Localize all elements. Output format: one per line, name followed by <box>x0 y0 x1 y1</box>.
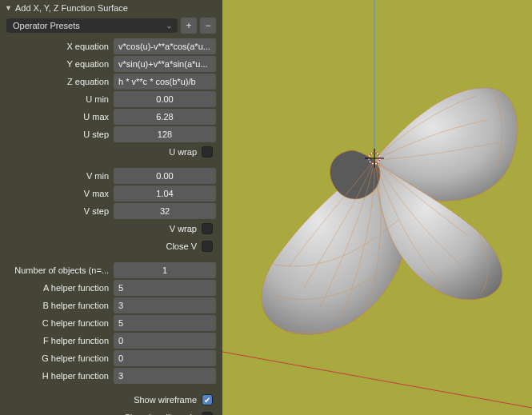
preset-label: Operator Presets <box>13 21 80 30</box>
h-helper-label: H helper function <box>6 371 110 381</box>
y-equation-input[interactable]: v*sin(u)+v**a*sin(a*u... <box>114 56 216 72</box>
chevron-down-icon: ⌵ <box>167 22 171 30</box>
g-helper-input[interactable]: 0 <box>114 350 216 366</box>
x-equation-label: X equation <box>6 42 110 51</box>
n-objects-label: Number of objects (n=... <box>6 265 110 275</box>
u-max-input[interactable]: 6.28 <box>114 109 216 125</box>
surface-mesh <box>262 88 518 335</box>
x-equation-input[interactable]: v*cos(u)-v**a*cos(a*u... <box>114 38 216 54</box>
u-wrap-label: U wrap <box>169 147 197 157</box>
preset-add-button[interactable]: + <box>181 18 197 34</box>
n-objects-input[interactable]: 1 <box>114 262 216 278</box>
c-helper-label: C helper function <box>6 318 110 328</box>
u-min-input[interactable]: 0.00 <box>114 91 216 107</box>
v-step-input[interactable]: 32 <box>114 203 216 219</box>
v-min-input[interactable]: 0.00 <box>114 168 216 184</box>
preset-remove-button[interactable]: − <box>200 18 216 34</box>
close-v-label: Close V <box>166 241 197 251</box>
y-equation-label: Y equation <box>6 59 110 69</box>
v-min-label: V min <box>6 171 110 181</box>
v-max-label: V max <box>6 189 110 198</box>
panel-header[interactable]: ▼ Add X, Y, Z Function Surface <box>0 0 222 18</box>
a-helper-input[interactable]: 5 <box>114 280 216 296</box>
u-step-label: U step <box>6 130 110 139</box>
u-max-label: U max <box>6 112 110 122</box>
v-wrap-label: V wrap <box>170 224 197 233</box>
a-helper-label: A helper function <box>6 283 110 293</box>
h-helper-input[interactable]: 3 <box>114 368 216 384</box>
f-helper-input[interactable]: 0 <box>114 333 216 349</box>
b-helper-input[interactable]: 3 <box>114 297 216 313</box>
show-edit-checkbox[interactable] <box>202 412 213 415</box>
collapse-triangle-icon: ▼ <box>5 4 12 12</box>
f-helper-label: F helper function <box>6 336 110 345</box>
panel-title: Add X, Y, Z Function Surface <box>15 3 128 13</box>
u-wrap-checkbox[interactable] <box>202 146 213 158</box>
z-equation-input[interactable]: h * v**c * cos(b*u)/b <box>114 74 216 90</box>
u-min-label: U min <box>6 94 110 104</box>
operator-panel: ▼ Add X, Y, Z Function Surface Operator … <box>0 0 222 415</box>
b-helper-label: B helper function <box>6 301 110 310</box>
v-wrap-checkbox[interactable] <box>202 223 213 234</box>
u-step-input[interactable]: 128 <box>114 126 216 142</box>
g-helper-label: G helper function <box>6 353 110 363</box>
show-wireframe-checkbox[interactable] <box>202 394 213 405</box>
z-equation-label: Z equation <box>6 77 110 86</box>
close-v-checkbox[interactable] <box>202 241 213 252</box>
c-helper-input[interactable]: 5 <box>114 315 216 331</box>
axis-x <box>222 352 532 408</box>
v-max-input[interactable]: 1.04 <box>114 186 216 202</box>
operator-presets-dropdown[interactable]: Operator Presets ⌵ <box>6 18 178 33</box>
show-wireframe-label: Show wireframe <box>134 395 197 405</box>
v-step-label: V step <box>6 206 110 216</box>
